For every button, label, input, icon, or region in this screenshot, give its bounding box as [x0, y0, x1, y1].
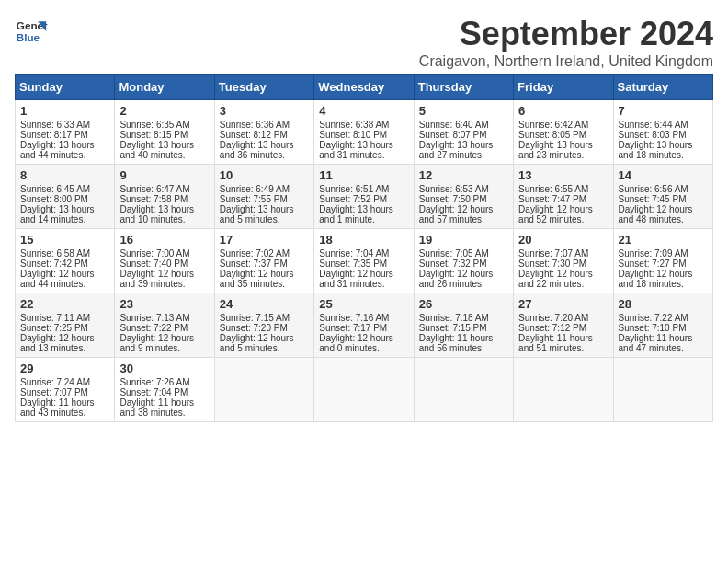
cell-info-line: Daylight: 13 hours — [20, 140, 109, 150]
calendar-cell: 30Sunrise: 7:26 AMSunset: 7:04 PMDayligh… — [115, 358, 214, 422]
svg-text:Blue: Blue — [17, 31, 40, 43]
cell-info-line: Daylight: 12 hours — [20, 269, 109, 279]
calendar-day-header: Monday — [115, 75, 214, 100]
calendar-cell — [613, 358, 712, 422]
cell-info-line: and 1 minute. — [319, 214, 408, 224]
cell-info-line: Sunset: 7:32 PM — [419, 259, 508, 269]
cell-info-line: Sunset: 7:12 PM — [518, 323, 608, 333]
cell-info-line: Sunset: 8:12 PM — [220, 130, 309, 140]
cell-info-line: and 57 minutes. — [419, 214, 508, 224]
cell-info-line: and 26 minutes. — [419, 279, 508, 289]
cell-info-line: Sunset: 8:00 PM — [20, 194, 109, 204]
calendar-cell: 16Sunrise: 7:00 AMSunset: 7:40 PMDayligh… — [115, 229, 214, 293]
cell-info-line: Sunrise: 7:13 AM — [119, 313, 209, 323]
calendar-cell: 17Sunrise: 7:02 AMSunset: 7:37 PMDayligh… — [214, 229, 313, 293]
day-number: 18 — [319, 233, 408, 247]
page-header: General Blue September 2024 Craigavon, N… — [15, 15, 713, 70]
cell-info-line: Sunrise: 6:55 AM — [518, 184, 608, 194]
cell-info-line: Daylight: 13 hours — [619, 140, 708, 150]
day-number: 23 — [119, 297, 209, 311]
cell-info-line: Sunset: 7:17 PM — [319, 323, 408, 333]
day-number: 27 — [518, 297, 608, 311]
cell-info-line: Daylight: 11 hours — [419, 333, 508, 343]
calendar-week-row: 8Sunrise: 6:45 AMSunset: 8:00 PMDaylight… — [16, 165, 713, 229]
day-number: 30 — [119, 362, 209, 375]
cell-info-line: Daylight: 13 hours — [319, 140, 408, 150]
cell-info-line: Sunrise: 7:16 AM — [319, 313, 408, 323]
day-number: 16 — [119, 233, 209, 247]
calendar-cell: 24Sunrise: 7:15 AMSunset: 7:20 PMDayligh… — [214, 293, 313, 358]
cell-info-line: and 38 minutes. — [119, 408, 209, 418]
day-number: 20 — [518, 233, 608, 247]
cell-info-line: and 47 minutes. — [619, 343, 708, 353]
cell-info-line: Sunset: 8:05 PM — [518, 130, 608, 140]
calendar-cell: 1Sunrise: 6:33 AMSunset: 8:17 PMDaylight… — [16, 100, 115, 165]
cell-info-line: Sunset: 8:15 PM — [119, 130, 209, 140]
cell-info-line: Sunrise: 6:35 AM — [119, 120, 209, 130]
cell-info-line: and 51 minutes. — [518, 343, 608, 353]
cell-info-line: Daylight: 12 hours — [319, 333, 408, 343]
cell-info-line: Daylight: 13 hours — [220, 140, 309, 150]
cell-info-line: Sunset: 8:07 PM — [419, 130, 508, 140]
day-number: 29 — [20, 362, 109, 375]
day-number: 10 — [220, 168, 309, 182]
cell-info-line: Sunset: 7:04 PM — [119, 387, 209, 397]
calendar-week-row: 29Sunrise: 7:24 AMSunset: 7:07 PMDayligh… — [16, 358, 713, 422]
cell-info-line: and 10 minutes. — [119, 214, 209, 224]
cell-info-line: Sunrise: 7:05 AM — [419, 248, 508, 259]
cell-info-line: Sunset: 7:55 PM — [220, 194, 309, 204]
calendar-cell: 7Sunrise: 6:44 AMSunset: 8:03 PMDaylight… — [613, 100, 712, 165]
cell-info-line: Daylight: 12 hours — [619, 269, 708, 279]
cell-info-line: and 5 minutes. — [220, 214, 309, 224]
cell-info-line: Sunrise: 7:02 AM — [220, 248, 309, 259]
cell-info-line: Sunset: 7:25 PM — [20, 323, 109, 333]
calendar-cell: 22Sunrise: 7:11 AMSunset: 7:25 PMDayligh… — [16, 293, 115, 358]
cell-info-line: and 35 minutes. — [220, 279, 309, 289]
cell-info-line: Sunrise: 7:09 AM — [619, 248, 708, 259]
cell-info-line: Daylight: 12 hours — [419, 204, 508, 214]
day-number: 11 — [319, 168, 408, 182]
cell-info-line: Sunset: 7:37 PM — [220, 259, 309, 269]
calendar-cell: 2Sunrise: 6:35 AMSunset: 8:15 PMDaylight… — [115, 100, 214, 165]
calendar-day-header: Sunday — [16, 75, 115, 100]
cell-info-line: Sunrise: 6:40 AM — [419, 120, 508, 130]
cell-info-line: Sunrise: 7:24 AM — [20, 377, 109, 387]
day-number: 26 — [419, 297, 508, 311]
calendar-cell: 6Sunrise: 6:42 AMSunset: 8:05 PMDaylight… — [514, 100, 613, 165]
cell-info-line: Sunset: 7:42 PM — [20, 259, 109, 269]
day-number: 2 — [119, 104, 209, 118]
calendar-day-header: Tuesday — [214, 75, 313, 100]
calendar-day-header: Wednesday — [314, 75, 414, 100]
cell-info-line: Sunrise: 7:22 AM — [619, 313, 708, 323]
cell-info-line: Sunrise: 7:00 AM — [119, 248, 209, 259]
cell-info-line: and 23 minutes. — [518, 150, 608, 160]
calendar-cell: 25Sunrise: 7:16 AMSunset: 7:17 PMDayligh… — [314, 293, 414, 358]
cell-info-line: and 31 minutes. — [319, 150, 408, 160]
cell-info-line: and 48 minutes. — [619, 214, 708, 224]
cell-info-line: Daylight: 12 hours — [518, 204, 608, 214]
calendar-header-row: SundayMondayTuesdayWednesdayThursdayFrid… — [16, 75, 713, 100]
calendar-cell: 26Sunrise: 7:18 AMSunset: 7:15 PMDayligh… — [414, 293, 513, 358]
day-number: 6 — [518, 104, 608, 118]
cell-info-line: and 0 minutes. — [319, 343, 408, 353]
day-number: 21 — [619, 233, 708, 247]
cell-info-line: and 18 minutes. — [619, 150, 708, 160]
calendar-cell: 9Sunrise: 6:47 AMSunset: 7:58 PMDaylight… — [115, 165, 214, 229]
calendar-week-row: 1Sunrise: 6:33 AMSunset: 8:17 PMDaylight… — [16, 100, 713, 165]
cell-info-line: and 31 minutes. — [319, 279, 408, 289]
calendar-cell: 10Sunrise: 6:49 AMSunset: 7:55 PMDayligh… — [214, 165, 313, 229]
cell-info-line: Sunrise: 6:42 AM — [518, 120, 608, 130]
cell-info-line: and 44 minutes. — [20, 279, 109, 289]
cell-info-line: Sunrise: 7:15 AM — [220, 313, 309, 323]
cell-info-line: Sunrise: 6:38 AM — [319, 120, 408, 130]
day-number: 24 — [220, 297, 309, 311]
cell-info-line: and 56 minutes. — [419, 343, 508, 353]
cell-info-line: Sunrise: 7:07 AM — [518, 248, 608, 259]
cell-info-line: Daylight: 11 hours — [518, 333, 608, 343]
calendar-day-header: Thursday — [414, 75, 513, 100]
cell-info-line: Daylight: 13 hours — [119, 204, 209, 214]
cell-info-line: Daylight: 12 hours — [419, 269, 508, 279]
cell-info-line: Daylight: 11 hours — [119, 397, 209, 408]
calendar-cell: 21Sunrise: 7:09 AMSunset: 7:27 PMDayligh… — [613, 229, 712, 293]
cell-info-line: Sunset: 7:47 PM — [518, 194, 608, 204]
